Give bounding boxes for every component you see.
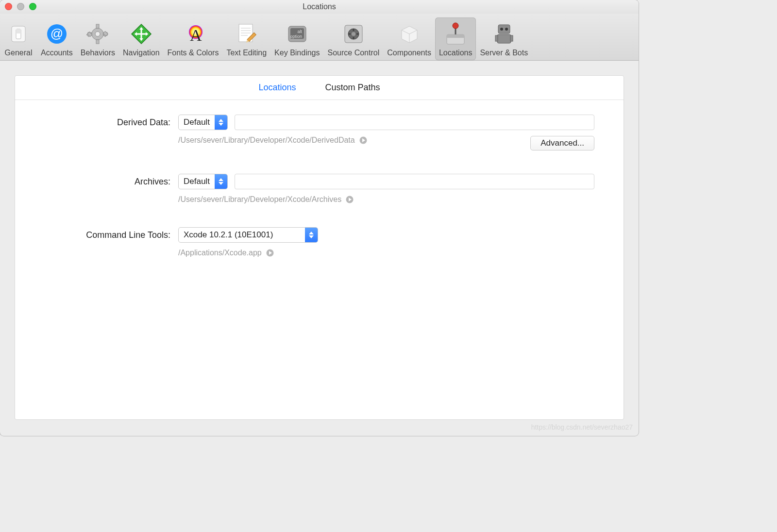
tab-label: Accounts (41, 49, 73, 57)
svg-rect-45 (497, 34, 511, 43)
reveal-arrow-icon[interactable] (266, 249, 274, 257)
svg-marker-52 (219, 178, 223, 181)
derived-data-path: /Users/sever/Library/Developer/Xcode/Der… (178, 136, 355, 145)
preferences-toolbar: General @ Accounts (0, 14, 639, 61)
locations-panel: Locations Custom Paths Derived Data: Def… (15, 75, 624, 420)
watermark-text: https://blog.csdn.net/severzhao27 (531, 423, 633, 431)
tab-label: Navigation (123, 49, 160, 57)
tab-server-bots[interactable]: Server & Bots (476, 17, 532, 60)
svg-rect-8 (96, 40, 99, 44)
tab-key-bindings[interactable]: alt option Key Bindings (270, 17, 323, 60)
archives-select[interactable]: Default (178, 174, 228, 189)
tab-label: Source Control (328, 49, 380, 57)
traffic-lights (5, 3, 36, 10)
tab-label: Components (387, 49, 431, 57)
derived-data-path-input[interactable] (235, 115, 594, 130)
titlebar: Locations (0, 0, 639, 14)
svg-rect-39 (447, 34, 464, 38)
svg-text:@: @ (51, 26, 63, 41)
svg-point-6 (95, 32, 100, 36)
document-pencil-icon (232, 20, 261, 48)
tab-components[interactable]: Components (383, 17, 435, 60)
tab-source-control[interactable]: Source Control (324, 17, 384, 60)
window-title: Locations (303, 2, 336, 11)
svg-marker-49 (219, 123, 223, 126)
advanced-button[interactable]: Advanced... (530, 136, 594, 150)
derived-data-label: Derived Data: (44, 117, 170, 128)
tab-label: Server & Bots (480, 49, 528, 57)
gear-icon (83, 20, 112, 48)
tab-general[interactable]: General (0, 17, 37, 60)
tab-label: Locations (439, 49, 473, 57)
tab-label: Fonts & Colors (168, 49, 219, 57)
reveal-arrow-icon[interactable] (345, 195, 354, 204)
archives-path-input[interactable] (235, 174, 594, 189)
svg-point-44 (505, 28, 508, 31)
tab-behaviors[interactable]: Behaviors (77, 17, 119, 60)
at-icon: @ (42, 20, 71, 48)
chevron-up-down-icon (215, 174, 227, 189)
switch-icon (4, 20, 33, 48)
tab-label: Text Editing (226, 49, 267, 57)
svg-marker-57 (309, 235, 314, 238)
preferences-window: Locations General @ Accounts (0, 0, 639, 436)
font-color-icon: A (178, 20, 207, 48)
tab-text-editing[interactable]: Text Editing (222, 17, 270, 60)
derived-data-select[interactable]: Default (178, 115, 228, 130)
svg-rect-47 (510, 35, 513, 41)
subtab-custom-paths[interactable]: Custom Paths (325, 83, 380, 93)
archives-path: /Users/sever/Library/Developer/Xcode/Arc… (178, 195, 341, 204)
svg-rect-7 (96, 24, 99, 28)
locations-form: Derived Data: Default (15, 100, 624, 276)
select-value: Default (179, 117, 215, 127)
svg-marker-53 (219, 182, 223, 185)
tab-label: Behaviors (81, 49, 115, 57)
clt-label: Command Line Tools: (44, 230, 170, 240)
minimize-icon[interactable] (17, 3, 24, 10)
archives-label: Archives: (44, 177, 170, 187)
tab-locations[interactable]: Locations (435, 17, 476, 60)
close-icon[interactable] (5, 3, 12, 10)
svg-marker-56 (309, 232, 314, 234)
tab-fonts-colors[interactable]: A Fonts & Colors (164, 17, 223, 60)
svg-rect-46 (495, 35, 498, 41)
tab-label: General (5, 49, 33, 57)
robot-icon (490, 20, 519, 48)
svg-text:A: A (190, 26, 202, 44)
tab-label: Key Bindings (274, 49, 320, 57)
zoom-icon[interactable] (29, 3, 36, 10)
subtab-locations[interactable]: Locations (258, 83, 296, 93)
tab-navigation[interactable]: Navigation (119, 17, 164, 60)
content-area: Locations Custom Paths Derived Data: Def… (0, 61, 639, 434)
tab-accounts[interactable]: @ Accounts (37, 17, 77, 60)
keycap-icon: alt option (283, 20, 312, 48)
svg-marker-48 (219, 119, 223, 122)
select-value: Default (179, 177, 215, 186)
svg-text:alt: alt (297, 29, 302, 34)
sub-tabs: Locations Custom Paths (15, 76, 624, 100)
chevron-up-down-icon (215, 115, 227, 130)
vault-icon (339, 20, 368, 48)
select-value: Xcode 10.2.1 (10E1001) (179, 230, 305, 240)
svg-point-31 (352, 32, 355, 36)
svg-rect-2 (16, 29, 21, 33)
svg-point-41 (453, 23, 458, 29)
chevron-up-down-icon (305, 228, 318, 242)
move-icon (127, 20, 156, 48)
clt-select[interactable]: Xcode 10.2.1 (10E1001) (178, 227, 318, 243)
reveal-arrow-icon[interactable] (359, 136, 368, 145)
svg-rect-42 (498, 25, 510, 33)
drive-joystick-icon (441, 20, 470, 48)
svg-point-43 (500, 28, 503, 31)
package-icon (395, 20, 424, 48)
svg-text:option: option (290, 34, 302, 39)
clt-path: /Applications/Xcode.app (178, 249, 262, 257)
